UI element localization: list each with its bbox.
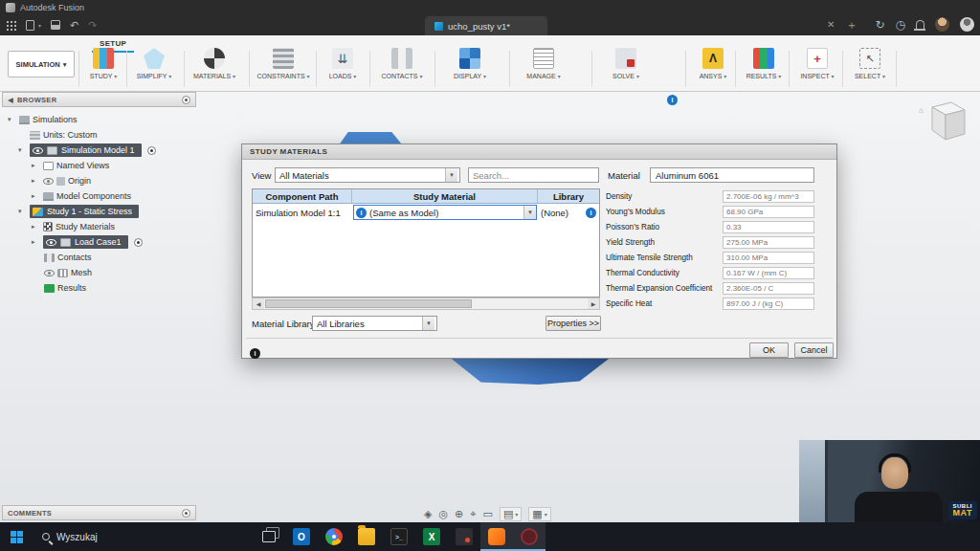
panel-options-icon[interactable] bbox=[182, 509, 190, 518]
ribbon-group-inspect[interactable]: + INSPECT ▾ bbox=[792, 48, 842, 79]
expander-icon[interactable]: ▾ bbox=[18, 208, 27, 215]
user-avatar[interactable] bbox=[935, 17, 949, 32]
scroll-right-icon[interactable]: ▶ bbox=[588, 298, 599, 309]
taskbar-search[interactable]: Wyszukaj bbox=[33, 522, 107, 551]
solve-info-icon[interactable]: i bbox=[667, 95, 678, 105]
property-label: Poisson's Ratio bbox=[606, 223, 719, 231]
collapse-panel-icon[interactable]: ◀ bbox=[8, 96, 13, 104]
tree-item-simulation-model-1[interactable]: ▾ Simulation Model 1 bbox=[2, 143, 196, 158]
selected-item-highlight[interactable]: Simulation Model 1 bbox=[30, 143, 142, 157]
file-explorer-button[interactable] bbox=[350, 522, 383, 551]
ribbon-group-contacts[interactable]: CONTACTS ▾ bbox=[373, 48, 431, 79]
tree-item-load-case1[interactable]: ▸ Load Case1 bbox=[2, 234, 196, 250]
close-tab-icon[interactable]: ✕ bbox=[827, 19, 835, 30]
scrollbar-thumb[interactable] bbox=[265, 299, 472, 308]
ribbon-group-simplify[interactable]: SIMPLIFY ▾ bbox=[130, 48, 178, 79]
display-settings-icon: ▤ bbox=[503, 508, 513, 520]
visibility-eye-icon[interactable] bbox=[33, 147, 43, 154]
job-status-clock-icon[interactable]: ◷ bbox=[896, 18, 905, 32]
orbit-icon[interactable]: ◎ bbox=[438, 508, 448, 520]
tree-item-mesh[interactable]: Mesh bbox=[2, 265, 196, 280]
task-view-button[interactable] bbox=[253, 522, 285, 551]
visibility-eye-icon[interactable] bbox=[44, 270, 55, 276]
model-3d-bottom[interactable] bbox=[448, 356, 612, 385]
table-horizontal-scrollbar[interactable]: ◀ ▶ bbox=[252, 298, 600, 310]
tree-item-simulations[interactable]: ▾ Simulations bbox=[2, 112, 196, 127]
ribbon-group-select[interactable]: ↖ SELECT ▾ bbox=[846, 48, 894, 79]
expander-icon[interactable]: ▸ bbox=[32, 192, 40, 200]
workspace-selector[interactable]: SIMULATION▾ bbox=[8, 51, 75, 77]
sync-icon[interactable]: ↻ bbox=[875, 18, 884, 32]
info-icon[interactable]: i bbox=[586, 208, 596, 218]
table-row[interactable]: Simulation Model 1:1 i (Same as Model) ▼… bbox=[253, 204, 599, 221]
look-at-icon[interactable]: ⊕ bbox=[455, 508, 463, 520]
ribbon-group-materials[interactable]: MATERIALS ▾ bbox=[188, 48, 241, 79]
save-icon[interactable] bbox=[51, 20, 60, 30]
ribbon-group-ansys[interactable]: Λ ANSYS ▾ bbox=[691, 48, 735, 79]
tree-item-study-1[interactable]: ▾ Study 1 - Static Stress bbox=[2, 204, 196, 219]
ribbon-group-display[interactable]: DISPLAY ▾ bbox=[438, 48, 501, 79]
active-model-radio[interactable] bbox=[147, 146, 156, 155]
tree-item-origin[interactable]: ▸ Origin bbox=[2, 173, 196, 188]
grid-layout-button[interactable]: ▦▾ bbox=[528, 507, 550, 521]
dialog-help-info-icon[interactable]: i bbox=[250, 348, 260, 359]
app-grid-menu-icon[interactable] bbox=[6, 20, 16, 31]
scroll-left-icon[interactable]: ◀ bbox=[253, 298, 264, 309]
help-profile-icon[interactable] bbox=[960, 17, 974, 32]
notifications-bell-icon[interactable] bbox=[916, 20, 924, 29]
active-load-case-radio[interactable] bbox=[134, 238, 143, 247]
properties-toggle-button[interactable]: Properties >> bbox=[546, 316, 601, 331]
dialog-titlebar[interactable]: STUDY MATERIALS bbox=[242, 144, 836, 160]
excel-button[interactable]: X bbox=[415, 522, 448, 551]
tree-item-named-views[interactable]: ▸ Named Views bbox=[2, 158, 196, 173]
fit-icon[interactable]: ▭ bbox=[483, 508, 493, 520]
visibility-eye-icon[interactable] bbox=[43, 178, 54, 185]
expander-icon[interactable]: ▸ bbox=[32, 223, 40, 231]
expander-icon[interactable]: ▾ bbox=[18, 146, 27, 154]
zoom-icon[interactable]: ⌖ bbox=[470, 508, 476, 520]
expander-icon[interactable]: ▸ bbox=[32, 162, 40, 169]
browser-panel-header[interactable]: ◀ BROWSER bbox=[2, 92, 196, 107]
file-menu-icon[interactable] bbox=[26, 20, 34, 31]
expander-icon[interactable]: ▸ bbox=[32, 238, 40, 246]
tree-item-contacts[interactable]: Contacts bbox=[2, 250, 196, 265]
redo-icon[interactable]: ↷ bbox=[88, 18, 97, 32]
document-tab[interactable]: ucho_pusty v1* bbox=[425, 16, 547, 35]
cancel-button[interactable]: Cancel bbox=[794, 342, 834, 358]
study-material-combo[interactable]: i (Same as Model) ▼ bbox=[353, 205, 537, 220]
selected-item-highlight[interactable]: Load Case1 bbox=[43, 235, 128, 249]
comments-panel[interactable]: COMMENTS bbox=[2, 505, 196, 520]
view-cube[interactable]: ⌂ bbox=[917, 99, 970, 145]
recorder-button[interactable] bbox=[513, 522, 546, 551]
view-select[interactable]: All Materials ▼ bbox=[275, 167, 460, 183]
ribbon-group-study[interactable]: STUDY ▾ bbox=[82, 48, 124, 79]
material-library-select[interactable]: All Libraries ▼ bbox=[312, 316, 437, 331]
start-button[interactable] bbox=[0, 522, 33, 551]
media-app-button[interactable] bbox=[448, 522, 480, 551]
expander-icon[interactable]: ▸ bbox=[32, 177, 40, 185]
outlook-button[interactable]: O bbox=[285, 522, 318, 551]
ribbon-group-constraints[interactable]: CONSTRAINTS ▾ bbox=[253, 48, 314, 79]
info-icon[interactable]: i bbox=[356, 208, 367, 218]
material-search-input[interactable] bbox=[468, 167, 599, 183]
tree-item-results[interactable]: Results bbox=[2, 280, 196, 296]
ribbon-group-loads[interactable]: ⇊ LOADS ▾ bbox=[320, 48, 366, 79]
ribbon-group-solve[interactable]: SOLVE ▾ bbox=[599, 48, 653, 79]
visibility-eye-icon[interactable] bbox=[46, 239, 56, 246]
pan-icon[interactable]: ◈ bbox=[424, 508, 432, 520]
fusion-taskbar-button[interactable] bbox=[480, 522, 513, 551]
display-settings-button[interactable]: ▤▾ bbox=[500, 507, 522, 521]
undo-icon[interactable]: ↶ bbox=[70, 18, 78, 32]
ribbon-group-manage[interactable]: MANAGE ▾ bbox=[513, 48, 574, 79]
selected-item-highlight[interactable]: Study 1 - Static Stress bbox=[30, 205, 139, 218]
expander-icon[interactable]: ▾ bbox=[8, 116, 16, 123]
tree-item-units[interactable]: Units: Custom bbox=[2, 127, 196, 143]
terminal-button[interactable]: >_ bbox=[383, 522, 415, 551]
chrome-button[interactable] bbox=[318, 522, 350, 551]
ok-button[interactable]: OK bbox=[749, 342, 789, 358]
tree-item-study-materials[interactable]: ▸ Study Materials bbox=[2, 219, 196, 234]
tree-item-model-components[interactable]: ▸ Model Components bbox=[2, 188, 196, 204]
ribbon-group-results[interactable]: RESULTS ▾ bbox=[739, 48, 789, 79]
new-tab-icon[interactable]: ＋ bbox=[846, 17, 858, 33]
panel-options-icon[interactable] bbox=[182, 96, 190, 104]
